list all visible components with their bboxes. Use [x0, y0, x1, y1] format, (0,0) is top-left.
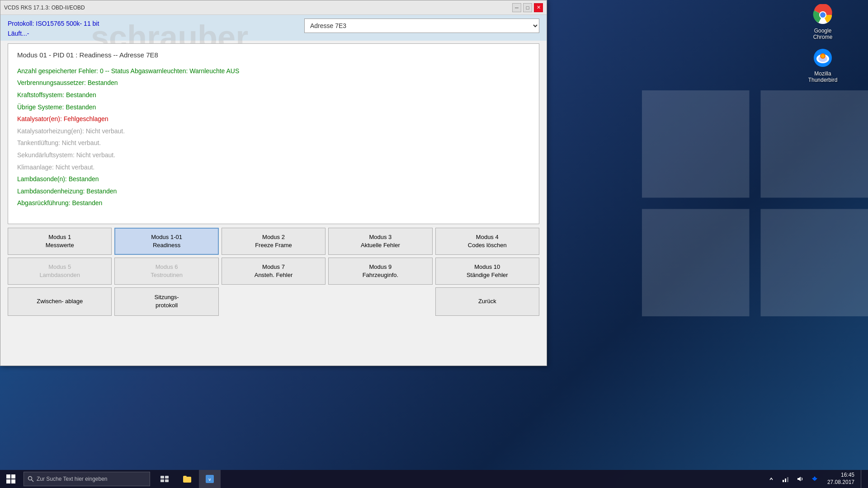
button-modus1[interactable]: Modus 1 Messwerte [8, 228, 112, 255]
button-modus10[interactable]: Modus 10 Ständige Fehler [435, 258, 539, 285]
button-modus6: Modus 6 Testroutinen [114, 258, 218, 285]
windows-logo-icon [6, 474, 15, 483]
svg-rect-26 [787, 477, 788, 482]
data-line-2: Kraftstoffsystem: Bestanden [17, 89, 530, 101]
desktop: VCDS RKS 17.1.3: OBD-II/EOBD ─ □ ✕ Proto… [0, 0, 868, 488]
svg-rect-19 [165, 476, 169, 479]
svg-rect-20 [160, 479, 164, 482]
button-modus7[interactable]: Modus 7 Ansteh. Fehler [222, 258, 326, 285]
taskbar-app-icons: V [154, 470, 221, 488]
svg-rect-15 [11, 479, 15, 483]
show-desktop-button[interactable] [861, 470, 864, 488]
system-clock[interactable]: 16:45 27.08.2017 [823, 472, 859, 486]
svg-rect-1 [761, 90, 868, 198]
svg-rect-18 [160, 476, 164, 479]
top-row: Protokoll: ISO15765 500k- 11 bit Läuft..… [0, 15, 547, 41]
protocol-info: Protokoll: ISO15765 500k- 11 bit Läuft..… [8, 19, 99, 39]
data-line-1: Verbrennungsaussetzer: Bestanden [17, 77, 530, 89]
folder-icon [182, 474, 192, 484]
volume-icon[interactable] [794, 470, 807, 488]
button-row-1: Modus 1 MesswerteModus 1-01 ReadinessMod… [8, 228, 539, 255]
task-view-button[interactable] [154, 470, 175, 488]
taskbar-search-input[interactable] [37, 476, 127, 482]
start-button[interactable] [0, 470, 22, 488]
clock-date: 27.08.2017 [827, 479, 854, 486]
svg-rect-13 [11, 474, 15, 479]
system-tray: 16:45 27.08.2017 [765, 470, 868, 488]
vcds-icon: V [205, 474, 215, 484]
button-row-2: Modus 5 LambdasondenModus 6 Testroutinen… [8, 258, 539, 285]
data-line-8: Klimaanlage: Nicht verbaut. [17, 161, 530, 174]
data-line-0: Anzahl gespeicherter Fehler: 0 -- Status… [17, 65, 530, 77]
protocol-line2: Läuft...- [8, 28, 99, 38]
speaker-icon [797, 475, 804, 483]
data-line-7: Sekundärluftsystem: Nicht verbaut. [17, 149, 530, 161]
window-controls: ─ □ ✕ [512, 3, 543, 12]
clock-time: 16:45 [827, 472, 854, 479]
thunderbird-icon-label: Mozilla Thunderbird [807, 70, 839, 84]
button-sitzungsprotokoll[interactable]: Sitzungs- protokoll [114, 287, 218, 315]
chrome-icon-label: Google Chrome [807, 28, 839, 41]
close-button[interactable]: ✕ [534, 3, 543, 12]
data-line-11: Abgasrückführung: Bestanden [17, 197, 530, 209]
desktop-icon-chrome[interactable]: Google Chrome [805, 2, 841, 42]
svg-rect-24 [783, 480, 784, 482]
button-modus3[interactable]: Modus 3 Aktuelle Fehler [328, 228, 432, 255]
svg-rect-25 [785, 479, 786, 482]
svg-rect-3 [761, 209, 868, 317]
data-lines: Anzahl gespeicherter Fehler: 0 -- Status… [17, 65, 530, 209]
dropbox-icon[interactable] [808, 470, 821, 488]
svg-rect-21 [165, 479, 169, 482]
network-icon[interactable] [779, 470, 792, 488]
vcds-taskbar-button[interactable]: V [199, 470, 221, 488]
data-line-4: Katalysator(en): Fehlgeschlagen [17, 113, 530, 125]
svg-point-11 [821, 54, 825, 58]
tray-expand-button[interactable] [765, 470, 778, 488]
button-modus9[interactable]: Modus 9 Fahrzeuginfo. [328, 258, 432, 285]
button-modus2[interactable]: Modus 2 Freeze Frame [222, 228, 326, 255]
button-empty2 [328, 287, 432, 315]
title-bar: VCDS RKS 17.1.3: OBD-II/EOBD ─ □ ✕ [0, 0, 547, 15]
chrome-icon [812, 4, 834, 26]
search-icon [28, 476, 34, 482]
data-line-10: Lambdasondenheizung: Bestanden [17, 185, 530, 197]
taskbar-search-bar[interactable] [24, 472, 150, 486]
data-line-5: Katalysatorheizung(en): Nicht verbaut. [17, 125, 530, 137]
taskbar: V [0, 470, 868, 488]
chevron-up-icon [769, 477, 774, 481]
task-view-icon [160, 474, 169, 483]
svg-rect-0 [642, 90, 750, 198]
data-panel: Modus 01 - PID 01 : Readiness -- Adresse… [8, 43, 539, 224]
thunderbird-icon [812, 47, 834, 69]
data-line-6: Tankentlüftung: Nicht verbaut. [17, 137, 530, 149]
address-select[interactable]: Adresse 7E3 [304, 19, 539, 33]
desktop-icon-thunderbird[interactable]: Mozilla Thunderbird [805, 45, 841, 85]
svg-rect-2 [642, 209, 750, 317]
maximize-button[interactable]: □ [523, 3, 532, 12]
svg-line-17 [32, 480, 34, 482]
minimize-button[interactable]: ─ [512, 3, 521, 12]
protocol-line1: Protokoll: ISO15765 500k- 11 bit [8, 19, 99, 28]
data-line-9: Lambdasonde(n): Bestanden [17, 173, 530, 185]
svg-point-16 [28, 477, 32, 480]
svg-point-6 [820, 12, 826, 18]
svg-rect-12 [6, 474, 10, 479]
cloud-icon [811, 475, 818, 483]
network-status-icon [782, 475, 789, 483]
panel-title: Modus 01 - PID 01 : Readiness -- Adresse… [17, 51, 530, 59]
button-modus101[interactable]: Modus 1-01 Readiness [114, 228, 218, 255]
address-dropdown-container: Adresse 7E3 [304, 19, 539, 33]
file-explorer-button[interactable] [176, 470, 198, 488]
button-modus4[interactable]: Modus 4 Codes löschen [435, 228, 539, 255]
button-row-3: Zwischen- ablageSitzungs- protokollZurüc… [8, 287, 539, 315]
button-modus5: Modus 5 Lambdasonden [8, 258, 112, 285]
button-zurueck[interactable]: Zurück [435, 287, 539, 315]
svg-rect-14 [6, 479, 10, 483]
data-line-3: Übrige Systeme: Bestanden [17, 101, 530, 113]
window-title: VCDS RKS 17.1.3: OBD-II/EOBD [4, 5, 85, 11]
button-empty1 [222, 287, 326, 315]
main-window: VCDS RKS 17.1.3: OBD-II/EOBD ─ □ ✕ Proto… [0, 0, 547, 366]
button-zwischenablage[interactable]: Zwischen- ablage [8, 287, 112, 315]
svg-text:V: V [208, 478, 211, 482]
